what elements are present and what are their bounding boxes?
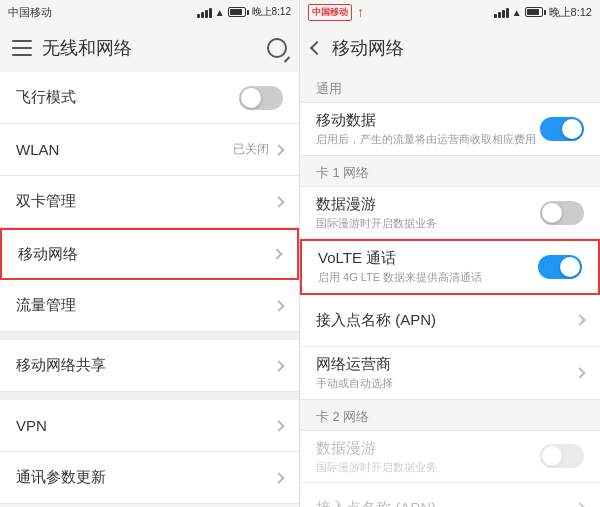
right-header: 移动网络: [300, 24, 600, 72]
settings-item-apn-2[interactable]: 接入点名称 (APN): [300, 483, 600, 507]
vpn-label: VPN: [16, 417, 47, 434]
mobile-data-title: 移动数据: [316, 111, 540, 130]
right-status-right: ▲ 晚上8:12: [494, 5, 592, 20]
hotspot-label: 移动网络共享: [16, 356, 106, 375]
carrier-desc: 手动或自动选择: [316, 376, 576, 390]
settings-item-volte[interactable]: VoLTE 通话 启用 4G LTE 数据来提供高清通话: [300, 239, 600, 294]
left-header-left: 无线和网络: [12, 36, 132, 60]
vpn-chevron: [273, 420, 284, 431]
menu-item-airplane[interactable]: 飞行模式: [0, 72, 299, 124]
menu-item-comm-update[interactable]: 通讯参数更新: [0, 452, 299, 504]
mobile-network-chevron: [271, 248, 282, 259]
right-time: 晚上8:12: [549, 5, 592, 20]
right-panel: 中国移动 ↑ ▲ 晚上8:12: [300, 0, 600, 507]
hotspot-chevron: [273, 360, 284, 371]
battery-icon: [228, 7, 249, 17]
back-button[interactable]: [310, 41, 324, 55]
carrier-title: 网络运营商: [316, 355, 576, 374]
settings-item-data-roaming[interactable]: 数据漫游 国际漫游时开启数据业务: [300, 187, 600, 239]
settings-item-carrier[interactable]: 网络运营商 手动或自动选择: [300, 347, 600, 399]
right-signal-icon: [494, 6, 509, 18]
data-roaming-toggle[interactable]: [540, 201, 584, 225]
traffic-label: 流量管理: [16, 296, 76, 315]
menu-separator-1: [0, 332, 299, 340]
data-roaming-2-toggle[interactable]: [540, 444, 584, 468]
dual-sim-chevron: [273, 196, 284, 207]
left-panel: 中国移动 ▲ 晚上8:12 无线和网络: [0, 0, 300, 507]
airplane-label: 飞行模式: [16, 88, 76, 107]
volte-desc: 启用 4G LTE 数据来提供高清通话: [318, 270, 538, 284]
hamburger-icon[interactable]: [12, 40, 32, 56]
traffic-chevron: [273, 300, 284, 311]
section-label-sim1: 卡 1 网络: [300, 156, 600, 186]
menu-item-wlan[interactable]: WLAN 已关闭: [0, 124, 299, 176]
right-scroll-area[interactable]: 通用 移动数据 启用后，产生的流量将由运营商收取相应费用 卡 1 网络 数据漫游…: [300, 72, 600, 507]
comm-update-label: 通讯参数更新: [16, 468, 106, 487]
data-roaming-2-title: 数据漫游: [316, 439, 540, 458]
settings-item-apn[interactable]: 接入点名称 (APN): [300, 295, 600, 347]
left-wifi-icon: ▲: [215, 7, 225, 18]
data-roaming-2-desc: 国际漫游时开启数据业务: [316, 460, 540, 474]
menu-item-mobile-network[interactable]: 移动网络: [0, 228, 299, 280]
menu-item-hotspot[interactable]: 移动网络共享: [0, 340, 299, 392]
apn-2-title: 接入点名称 (APN): [316, 499, 576, 507]
right-status-left: 中国移动 ↑: [308, 4, 364, 21]
apn-chevron: [574, 314, 585, 325]
menu-separator-2: [0, 392, 299, 400]
carrier-chevron: [574, 367, 585, 378]
carrier-badge: 中国移动: [308, 4, 352, 21]
wlan-chevron: [273, 144, 284, 155]
comm-update-chevron: [273, 472, 284, 483]
left-carrier-text: 中国移动: [8, 5, 52, 20]
mobile-data-desc: 启用后，产生的流量将由运营商收取相应费用: [316, 132, 540, 146]
settings-group-sim1: 数据漫游 国际漫游时开启数据业务 VoLTE 通话 启用 4G LTE 数据来提…: [300, 186, 600, 400]
dual-sim-label: 双卡管理: [16, 192, 76, 211]
apn-2-chevron: [574, 503, 585, 507]
menu-item-dual-sim[interactable]: 双卡管理: [0, 176, 299, 228]
settings-item-mobile-data[interactable]: 移动数据 启用后，产生的流量将由运营商收取相应费用: [300, 103, 600, 155]
volte-toggle[interactable]: [538, 255, 582, 279]
section-label-sim2: 卡 2 网络: [300, 400, 600, 430]
signal-icon: [197, 6, 212, 18]
arrow-annotation: ↑: [357, 4, 364, 20]
right-wifi-icon: ▲: [512, 7, 522, 18]
mobile-data-toggle[interactable]: [540, 117, 584, 141]
left-time: 晚上8:12: [252, 5, 291, 19]
wlan-label: WLAN: [16, 141, 59, 158]
menu-item-traffic[interactable]: 流量管理: [0, 280, 299, 332]
right-status-bar: 中国移动 ↑ ▲ 晚上8:12: [300, 0, 600, 24]
airplane-toggle[interactable]: [239, 86, 283, 110]
apn-title: 接入点名称 (APN): [316, 311, 576, 330]
menu-item-vpn[interactable]: VPN: [0, 400, 299, 452]
settings-group-sim2: 数据漫游 国际漫游时开启数据业务 接入点名称 (APN) 网络运营商 手动或自动…: [300, 430, 600, 507]
section-label-general: 通用: [300, 72, 600, 102]
volte-title: VoLTE 通话: [318, 249, 538, 268]
settings-group-general: 移动数据 启用后，产生的流量将由运营商收取相应费用: [300, 102, 600, 156]
settings-item-data-roaming-2[interactable]: 数据漫游 国际漫游时开启数据业务: [300, 431, 600, 483]
left-status-bar: 中国移动 ▲ 晚上8:12: [0, 0, 299, 24]
search-icon[interactable]: [267, 38, 287, 58]
data-roaming-desc: 国际漫游时开启数据业务: [316, 216, 540, 230]
left-status-right: ▲ 晚上8:12: [197, 5, 291, 19]
left-status-carrier: 中国移动: [8, 5, 52, 20]
mobile-network-label: 移动网络: [18, 245, 78, 264]
right-battery-icon: [525, 7, 546, 17]
right-header-title: 移动网络: [332, 36, 404, 60]
data-roaming-title: 数据漫游: [316, 195, 540, 214]
left-header-title: 无线和网络: [42, 36, 132, 60]
left-menu-list: 飞行模式 WLAN 已关闭 双卡管理 移动网络: [0, 72, 299, 507]
left-header: 无线和网络: [0, 24, 299, 72]
wlan-status: 已关闭: [233, 141, 269, 158]
right-status-wrapper: 中国移动 ↑ ▲ 晚上8:12: [300, 0, 600, 24]
